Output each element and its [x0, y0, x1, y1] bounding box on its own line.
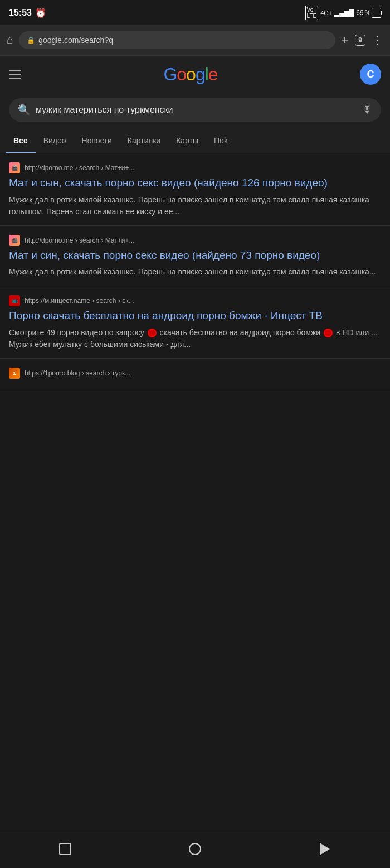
- back-button[interactable]: [315, 839, 335, 859]
- results-container: 🎬 http://dporno.me › search › Мат+и+... …: [0, 153, 390, 389]
- google-header: Google C: [0, 56, 390, 93]
- result-title[interactable]: Мат и син, скачать порно секс видео (най…: [9, 248, 381, 263]
- lock-icon: 🔒: [27, 36, 35, 44]
- battery-icon-shape: [372, 8, 381, 18]
- nav-bar: [0, 832, 390, 868]
- search-query: мужик материться по туркменски: [36, 105, 357, 115]
- result-url-row: 🎬 http://dporno.me › search › Мат+и+...: [9, 235, 381, 246]
- hamburger-menu[interactable]: [9, 70, 21, 79]
- result-snippet: Смотрите 49 порно видео по запросу скача…: [9, 327, 381, 350]
- result-url: https://1porno.blog › search › турк...: [25, 369, 130, 377]
- add-tab-button[interactable]: +: [341, 33, 348, 47]
- url-text: google.com/search?q: [38, 36, 113, 45]
- status-left: 15:53 ⏰: [9, 8, 46, 18]
- search-tabs: Все Видео Новости Картинки Карты Поk: [0, 129, 390, 153]
- red-circle-icon: [148, 329, 157, 337]
- result-url: http://dporno.me › search › Мат+и+...: [25, 164, 135, 172]
- result-snippet: Мужик дал в ротик милой казашке. Парень …: [9, 194, 381, 218]
- battery-indicator: 69 %: [356, 8, 381, 18]
- tab-news[interactable]: Новости: [74, 129, 120, 153]
- url-bar[interactable]: 🔒 google.com/search?q: [19, 31, 335, 49]
- status-time: 15:53: [9, 8, 32, 18]
- search-bar[interactable]: 🔍 мужик материться по туркменски 🎙: [9, 98, 381, 122]
- back-icon: [320, 843, 330, 855]
- result-url: https://м.инцест.name › search › ск...: [25, 297, 134, 305]
- alarm-icon: ⏰: [35, 8, 46, 18]
- result-favicon: 🎬: [9, 235, 20, 246]
- result-item: 🎬 http://dporno.me › search › Мат+и+... …: [0, 153, 390, 226]
- home-button[interactable]: ⌂: [7, 33, 13, 46]
- user-avatar[interactable]: C: [360, 64, 381, 85]
- tab-all[interactable]: Все: [6, 129, 36, 153]
- result-favicon: 🎬: [9, 162, 20, 173]
- network-label: 4G+: [320, 9, 332, 16]
- search-icon: 🔍: [18, 104, 30, 116]
- volte-label: VoLTE: [305, 6, 319, 20]
- status-right: VoLTE 4G+ ▂▄▆█ 69 %: [305, 6, 381, 20]
- battery-percent: 69: [356, 9, 363, 17]
- result-title[interactable]: Мат и сын, скачать порно секс видео (най…: [9, 176, 381, 191]
- tab-video[interactable]: Видео: [36, 129, 74, 153]
- result-favicon: 1: [9, 368, 20, 379]
- search-container: 🔍 мужик материться по туркменски 🎙: [0, 93, 390, 129]
- result-item: 📺 https://м.инцест.name › search › ск...…: [0, 286, 390, 359]
- result-url-row: 🎬 http://dporno.me › search › Мат+и+...: [9, 162, 381, 173]
- result-url-row: 1 https://1porno.blog › search › турк...: [9, 368, 381, 379]
- tab-count[interactable]: 9: [355, 35, 365, 46]
- content-area: Google C 🔍 мужик материться по туркменск…: [0, 56, 390, 428]
- result-url: http://dporno.me › search › Мат+и+...: [25, 237, 135, 244]
- red-circle-icon: [324, 329, 333, 337]
- recent-apps-button[interactable]: [55, 839, 75, 859]
- signal-bars: ▂▄▆█: [334, 9, 354, 17]
- mic-icon[interactable]: 🎙: [362, 104, 372, 116]
- home-button[interactable]: [185, 839, 205, 859]
- browser-actions: + 9 ⋮: [341, 33, 383, 47]
- tab-images[interactable]: Картинки: [120, 129, 168, 153]
- result-snippet: Мужик дал в ротик милой казашке. Парень …: [9, 266, 381, 278]
- result-url-row: 📺 https://м.инцест.name › search › ск...: [9, 295, 381, 306]
- tab-more[interactable]: Поk: [206, 129, 236, 153]
- tab-maps[interactable]: Карты: [168, 129, 206, 153]
- result-favicon: 📺: [9, 295, 20, 306]
- result-item: 1 https://1porno.blog › search › турк...: [0, 359, 390, 389]
- home-icon: [189, 843, 201, 855]
- recent-apps-icon: [59, 843, 71, 855]
- google-logo: Google: [163, 64, 217, 85]
- more-options-button[interactable]: ⋮: [372, 33, 383, 47]
- result-title[interactable]: Порно скачать бесплатно на андроид порно…: [9, 308, 381, 324]
- result-item: 🎬 http://dporno.me › search › Мат+и+... …: [0, 226, 390, 287]
- status-bar: 15:53 ⏰ VoLTE 4G+ ▂▄▆█ 69 %: [0, 0, 390, 25]
- browser-bar: ⌂ 🔒 google.com/search?q + 9 ⋮: [0, 25, 390, 56]
